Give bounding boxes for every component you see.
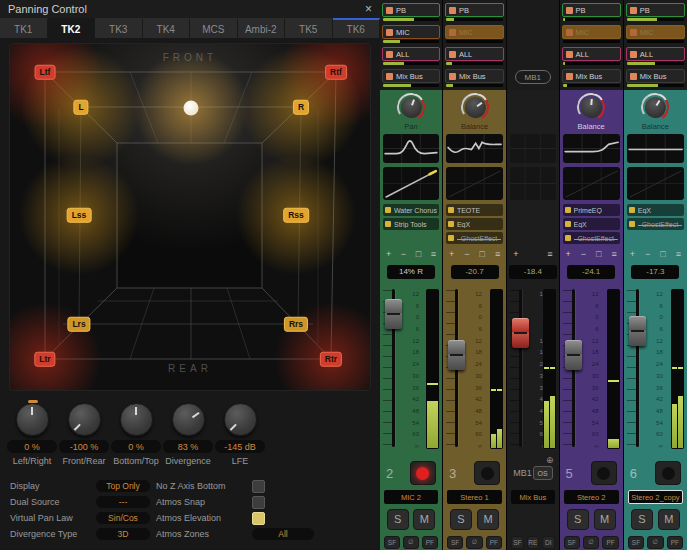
speaker-rrs[interactable]: Rrs	[284, 317, 308, 332]
strip-pan-knob[interactable]	[579, 95, 604, 120]
channel-name[interactable]: Stereo 1	[447, 490, 502, 504]
sends-fx-button[interactable]: SF	[447, 536, 463, 549]
menu-icon[interactable]: ≡	[612, 250, 617, 259]
strip-pan-knob[interactable]	[462, 95, 487, 120]
input-mic[interactable]: MIC	[562, 25, 621, 39]
input-all[interactable]: ALL	[626, 47, 685, 61]
level-readout[interactable]: -18.4	[509, 265, 557, 279]
input-mic[interactable]: MIC	[626, 25, 685, 39]
input-mix-bus[interactable]: Mix Bus	[562, 69, 621, 83]
mute-button[interactable]: M	[658, 509, 680, 530]
di-button[interactable]: DI	[542, 536, 554, 549]
phase-invert-button[interactable]: ∅	[647, 536, 663, 549]
knob-control[interactable]	[120, 403, 153, 436]
plugin-enable-swatch[interactable]	[448, 235, 454, 241]
checkbox-atmos-snap[interactable]	[252, 496, 265, 509]
input-all[interactable]: ALL	[445, 47, 504, 61]
input-mix-bus[interactable]: Mix Bus	[382, 69, 440, 83]
fader-handle[interactable]	[629, 316, 646, 346]
input-pb[interactable]: PB	[445, 3, 504, 17]
setting-value-virtual-pan-law[interactable]: Sin/Cos	[96, 512, 150, 524]
sends-fx-button[interactable]: SF	[628, 536, 644, 549]
tab-tk6[interactable]: TK6	[333, 18, 381, 38]
record-arm-button[interactable]	[655, 461, 681, 485]
tab-tk5[interactable]: TK5	[285, 18, 333, 38]
eq-display[interactable]	[563, 134, 620, 163]
input-pb[interactable]: PB	[382, 3, 440, 17]
speaker-rss[interactable]: Rss	[283, 208, 309, 223]
remove-plugin-icon[interactable]: −	[581, 250, 586, 259]
channel-name[interactable]: MIC 2	[384, 490, 438, 504]
tab-ambi-2[interactable]: Ambi-2	[238, 18, 286, 38]
input-mix-bus[interactable]: Mix Bus	[445, 69, 504, 83]
remove-plugin-icon[interactable]: −	[401, 250, 406, 259]
pre-fader-button[interactable]: PF	[602, 536, 618, 549]
plugin-enable-swatch[interactable]	[629, 207, 635, 213]
re-button[interactable]: RE	[527, 536, 539, 549]
input-all[interactable]: ALL	[562, 47, 621, 61]
surround-panner[interactable]: FRONT REAR LtfRtfLRLssRssLrsRrsLtrRtr	[9, 43, 371, 391]
solo-button[interactable]: S	[387, 509, 409, 530]
knob-control[interactable]	[16, 403, 49, 436]
os-button[interactable]: OS	[533, 466, 553, 480]
eq-display[interactable]	[627, 134, 684, 163]
sends-fx-button[interactable]: SF	[564, 536, 580, 549]
remove-plugin-icon[interactable]: −	[645, 250, 650, 259]
window-icon[interactable]: □	[660, 250, 665, 259]
phase-invert-button[interactable]: ∅	[583, 536, 599, 549]
plugin-slot[interactable]: Water Chorus	[383, 204, 439, 216]
plugin-enable-swatch[interactable]	[448, 221, 454, 227]
remove-plugin-icon[interactable]: −	[464, 250, 469, 259]
speaker-lrs[interactable]: Lrs	[67, 317, 90, 332]
level-readout[interactable]: -17.3	[631, 265, 679, 279]
window-icon[interactable]: □	[596, 250, 601, 259]
setting-value-dual-source[interactable]: ---	[96, 496, 150, 508]
mute-button[interactable]: M	[594, 509, 616, 530]
channel-name[interactable]: Stereo 2	[564, 490, 619, 504]
plugin-enable-swatch[interactable]	[565, 221, 571, 227]
dynamics-display[interactable]	[383, 167, 439, 200]
strip-pan-knob[interactable]	[643, 95, 668, 120]
solo-button[interactable]: S	[567, 509, 589, 530]
knob-control[interactable]	[224, 403, 257, 436]
eq-display[interactable]	[510, 134, 555, 163]
plugin-enable-swatch[interactable]	[448, 207, 454, 213]
menu-icon[interactable]: ≡	[431, 250, 436, 259]
speaker-l[interactable]: L	[73, 100, 88, 115]
dynamics-display[interactable]	[446, 167, 503, 200]
plugin-slot[interactable]: _GhostEffect_	[446, 232, 503, 244]
plugin-slot[interactable]: _GhostEffect_	[627, 218, 684, 230]
fader-handle[interactable]	[565, 340, 582, 370]
checkbox-no-z-axis-bottom[interactable]	[252, 480, 265, 493]
knob-control[interactable]	[68, 403, 101, 436]
tab-tk4[interactable]: TK4	[143, 18, 191, 38]
setting-value-display[interactable]: Top Only	[96, 480, 150, 492]
add-plugin-icon[interactable]: +	[630, 250, 635, 259]
channel-name[interactable]: Stereo 2_copy	[628, 490, 683, 504]
strip-pan-knob[interactable]	[398, 95, 423, 120]
select-atmos-zones[interactable]: All	[252, 528, 314, 540]
pre-fader-button[interactable]: PF	[422, 536, 438, 549]
fader-handle[interactable]	[385, 299, 402, 329]
pre-fader-button[interactable]: PF	[486, 536, 502, 549]
plugin-enable-swatch[interactable]	[385, 221, 391, 227]
channel-name[interactable]: Mix Bus	[511, 490, 554, 504]
window-icon[interactable]: □	[416, 250, 421, 259]
solo-button[interactable]: S	[631, 509, 653, 530]
input-pb[interactable]: PB	[562, 3, 621, 17]
input-mic[interactable]: MIC	[382, 25, 440, 39]
plugin-slot[interactable]: TEOTE	[446, 204, 503, 216]
solo-button[interactable]: S	[450, 509, 472, 530]
input-all[interactable]: ALL	[382, 47, 440, 61]
add-plugin-icon[interactable]: +	[513, 250, 518, 259]
phase-invert-button[interactable]: ∅	[466, 536, 482, 549]
speaker-ltf[interactable]: Ltf	[35, 65, 56, 80]
close-icon[interactable]: ×	[365, 2, 372, 16]
knob-control[interactable]	[172, 403, 205, 436]
add-plugin-icon[interactable]: +	[566, 250, 571, 259]
dynamics-display[interactable]	[510, 167, 555, 200]
checkbox-atmos-elevation[interactable]	[252, 512, 265, 525]
window-icon[interactable]: □	[479, 250, 484, 259]
record-arm-button[interactable]	[410, 461, 436, 485]
add-plugin-icon[interactable]: +	[386, 250, 391, 259]
